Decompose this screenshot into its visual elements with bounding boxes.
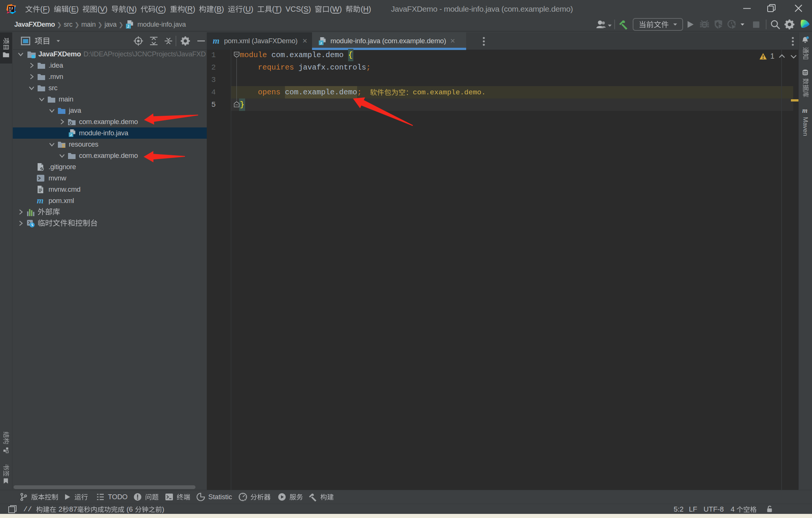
svg-text:m: m — [802, 108, 807, 114]
svg-text:m: m — [37, 197, 44, 205]
svg-text:J: J — [70, 133, 72, 137]
svg-text:m: m — [213, 37, 220, 45]
svg-text:IJ: IJ — [9, 7, 13, 11]
svg-text:J: J — [320, 41, 322, 45]
svg-text:J: J — [127, 24, 129, 29]
